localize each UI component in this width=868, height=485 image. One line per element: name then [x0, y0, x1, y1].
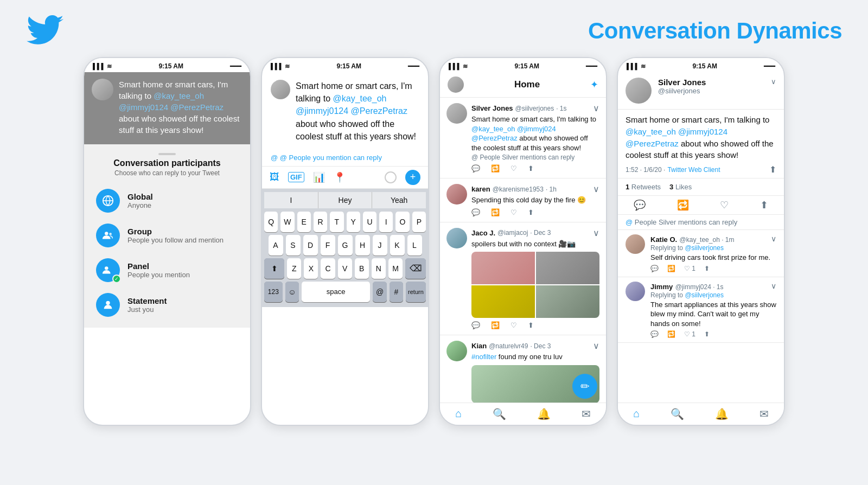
key-n[interactable]: N — [372, 258, 386, 279]
phone4-like-action[interactable]: ♡ — [720, 199, 729, 211]
key-p[interactable]: P — [412, 212, 426, 232]
key-123[interactable]: 123 — [264, 282, 283, 302]
key-b[interactable]: B — [355, 258, 369, 279]
reply-content-jimmy: Jimmy @jimmyj024 · 1s ∨ Replying to @sii… — [650, 282, 776, 339]
participant-group[interactable]: Group People you follow and mention — [92, 218, 242, 253]
key-e[interactable]: E — [297, 212, 311, 232]
key-d[interactable]: D — [303, 235, 318, 256]
location-icon[interactable]: 📍 — [334, 171, 346, 183]
compose-fab[interactable]: ✏ — [572, 374, 597, 399]
key-return[interactable]: return — [406, 282, 426, 302]
reply-avatar-katie — [626, 234, 645, 254]
retweet-btn-jaco[interactable]: 🔁 — [491, 321, 500, 329]
phone4-source[interactable]: Twitter Web Client — [667, 166, 720, 174]
key-x[interactable]: X — [304, 258, 318, 279]
phone4-share-icon[interactable]: ⬆ — [769, 164, 776, 175]
phone4-tab-messages[interactable]: ✉ — [760, 407, 769, 420]
add-tweet-button[interactable]: + — [405, 170, 420, 185]
key-v[interactable]: V — [338, 258, 352, 279]
key-r[interactable]: R — [314, 212, 327, 232]
key-at[interactable]: @ — [373, 282, 386, 302]
share-btn-silver[interactable]: ⬆ — [528, 164, 534, 173]
sparkle-icon[interactable]: ✦ — [590, 79, 598, 91]
key-delete[interactable]: ⌫ — [405, 258, 426, 279]
reply-share-katie[interactable]: ⬆ — [704, 265, 710, 272]
tweet-item-karen: karen @karenisme1953 · 1h ∨ Spending thi… — [440, 178, 606, 222]
reply-reply-katie[interactable]: 💬 — [650, 265, 659, 272]
key-hash[interactable]: # — [390, 282, 403, 302]
phone4-follow-button[interactable]: ∨ — [771, 78, 776, 86]
phone4-tab-notifications[interactable]: 🔔 — [715, 407, 729, 420]
reply-share-jimmy[interactable]: ⬆ — [704, 330, 710, 338]
like-btn-jaco[interactable]: ♡ — [510, 321, 517, 329]
phone4-share-action[interactable]: ⬆ — [760, 199, 768, 211]
key-u[interactable]: U — [363, 212, 376, 232]
reply-like-katie[interactable]: ♡ 1 — [684, 265, 695, 272]
like-btn-silver[interactable]: ♡ — [510, 164, 517, 173]
key-c[interactable]: C — [321, 258, 335, 279]
key-space[interactable]: space — [302, 282, 370, 302]
gif-icon[interactable]: GIF — [288, 172, 304, 182]
share-btn-jaco[interactable]: ⬆ — [528, 321, 534, 329]
phone4-retweet-action[interactable]: 🔁 — [677, 199, 689, 211]
media-cell-4 — [536, 285, 599, 318]
key-y[interactable]: Y — [347, 212, 360, 232]
retweet-btn-silver[interactable]: 🔁 — [491, 164, 500, 173]
key-i[interactable]: I — [379, 212, 393, 232]
tab-notifications[interactable]: 🔔 — [537, 407, 551, 420]
suggestion-hey[interactable]: Hey — [318, 192, 373, 208]
tweet-more-silver[interactable]: ∨ — [593, 103, 599, 113]
participant-global[interactable]: Global Anyone — [92, 183, 242, 218]
participant-panel[interactable]: ✓ Panel People you mention — [92, 253, 242, 288]
key-g[interactable]: G — [338, 235, 353, 256]
phone3-nav-avatar[interactable] — [448, 76, 464, 93]
key-m[interactable]: M — [388, 258, 403, 279]
like-btn-karen[interactable]: ♡ — [510, 208, 517, 216]
key-k[interactable]: K — [390, 235, 405, 256]
reply-more-katie[interactable]: ∨ — [771, 234, 776, 243]
tweet-more-kian[interactable]: ∨ — [593, 341, 599, 351]
key-j[interactable]: J — [373, 235, 387, 256]
tweet-header-jaco: Jaco J. @iamjacoj · Dec 3 ∨ — [471, 228, 599, 238]
reply-more-jimmy[interactable]: ∨ — [771, 282, 776, 290]
key-emoji[interactable]: ☺ — [285, 282, 299, 302]
key-shift[interactable]: ⬆ — [264, 258, 284, 279]
key-a[interactable]: A — [269, 235, 283, 256]
tweet-more-karen[interactable]: ∨ — [593, 184, 599, 194]
reply-actions-jimmy: 💬 🔁 ♡ 1 ⬆ — [650, 330, 776, 338]
key-h[interactable]: H — [355, 235, 370, 256]
share-btn-karen[interactable]: ⬆ — [528, 208, 534, 216]
retweet-btn-karen[interactable]: 🔁 — [491, 208, 500, 216]
tab-messages[interactable]: ✉ — [582, 407, 591, 420]
reply-btn-jaco[interactable]: 💬 — [471, 321, 480, 329]
key-s[interactable]: S — [286, 235, 301, 256]
tweet-more-jaco[interactable]: ∨ — [593, 228, 599, 238]
reply-reply-jimmy[interactable]: 💬 — [650, 330, 659, 338]
reply-rt-katie[interactable]: 🔁 — [667, 265, 675, 272]
reply-btn-karen[interactable]: 💬 — [471, 208, 480, 216]
phone4-reply-action[interactable]: 💬 — [634, 199, 646, 211]
reply-btn-silver[interactable]: 💬 — [471, 164, 480, 173]
tab-home[interactable]: ⌂ — [455, 407, 462, 420]
key-q[interactable]: Q — [264, 212, 278, 232]
participant-statement[interactable]: Statement Just you — [92, 288, 242, 322]
tweet-header-karen: karen @karenisme1953 · 1h ∨ — [471, 184, 599, 194]
key-l[interactable]: L — [407, 235, 422, 256]
poll-icon[interactable]: 📊 — [313, 171, 325, 183]
tab-search[interactable]: 🔍 — [493, 407, 506, 420]
key-w[interactable]: W — [280, 212, 294, 232]
suggestion-yeah[interactable]: Yeah — [372, 192, 426, 208]
phone4-tab-search[interactable]: 🔍 — [671, 407, 684, 420]
image-icon[interactable]: 🖼 — [270, 171, 279, 183]
key-f[interactable]: F — [321, 235, 335, 256]
key-z[interactable]: Z — [287, 258, 301, 279]
mention-1: @kay_tee_oh — [154, 91, 204, 100]
key-o[interactable]: O — [395, 212, 409, 232]
phone4-tweet-text: Smart home or smart cars, I'm talking to… — [618, 114, 784, 161]
reply-like-jimmy[interactable]: ♡ 1 — [684, 330, 695, 338]
suggestion-i[interactable]: I — [264, 192, 318, 208]
reply-rt-jimmy[interactable]: 🔁 — [667, 330, 675, 338]
tweet-name-silver: Silver Jones — [471, 104, 513, 112]
key-t[interactable]: T — [330, 212, 343, 232]
phone4-tab-home[interactable]: ⌂ — [633, 407, 640, 420]
